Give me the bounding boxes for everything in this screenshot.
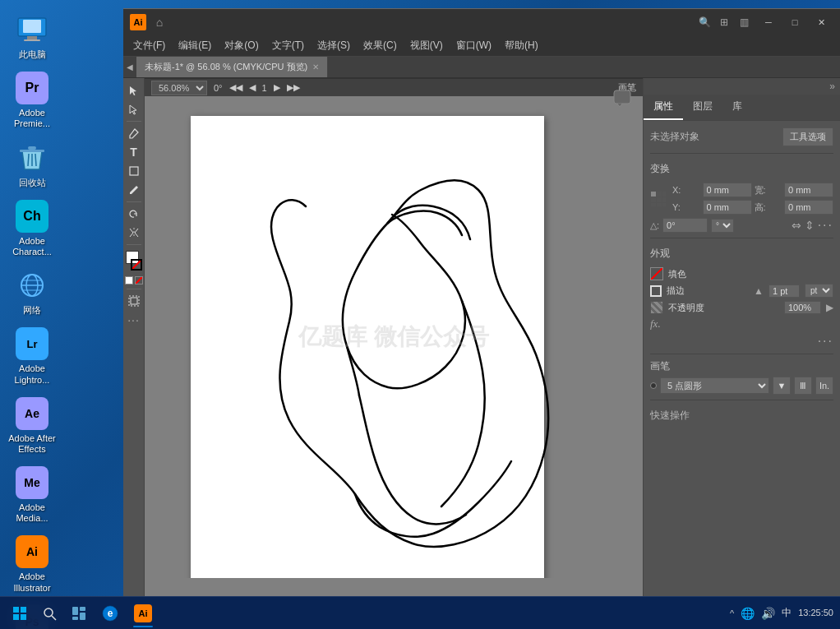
start-button[interactable] bbox=[7, 600, 33, 627]
systray: ^ 🌐 🔊 中 13:25:50 bbox=[730, 606, 833, 620]
panel-icon[interactable]: ▥ bbox=[736, 15, 751, 30]
stroke-up-icon[interactable]: ▲ bbox=[754, 285, 764, 297]
desktop-icon-illustrator[interactable]: Ai Adobe Illustrator bbox=[3, 530, 61, 598]
menu-object[interactable]: 对象(O) bbox=[218, 35, 265, 56]
pencil-tool[interactable] bbox=[125, 181, 143, 199]
taskbar-search-icon[interactable] bbox=[36, 600, 62, 627]
character-label: Adobe Charact... bbox=[7, 236, 58, 257]
clock-time: 13:25:50 bbox=[798, 607, 833, 619]
tool-options-btn[interactable]: 工具选项 bbox=[782, 127, 833, 146]
system-clock[interactable]: 13:25:50 bbox=[798, 607, 833, 619]
search-icon[interactable]: 🔍 bbox=[697, 15, 712, 30]
desktop-icon-lightroom[interactable]: Lr Adobe Lightro... bbox=[3, 322, 61, 390]
opacity-arrow-icon[interactable]: ▶ bbox=[826, 302, 833, 313]
brush-options-btn[interactable]: ▼ bbox=[773, 377, 791, 395]
canvas-scroll-area[interactable] bbox=[158, 91, 631, 578]
tab-close-button[interactable]: ✕ bbox=[312, 62, 319, 72]
stroke-label: 描边 bbox=[667, 284, 685, 297]
white-mode[interactable] bbox=[125, 276, 133, 284]
more-tools[interactable]: ··· bbox=[125, 311, 143, 329]
minimize-button[interactable]: ─ bbox=[756, 9, 781, 35]
desktop-icon-recycle[interactable]: 回收站 bbox=[3, 136, 61, 193]
type-tool[interactable]: T bbox=[125, 143, 143, 161]
select-tool[interactable] bbox=[125, 81, 143, 99]
artboard[interactable] bbox=[191, 116, 544, 578]
taskbar: e Ai ^ 🌐 🔊 中 13:25:50 bbox=[0, 596, 840, 629]
tab-label: 未标题-1* @ 56.08 % (CMYK/CPU 预览) bbox=[145, 61, 307, 73]
desktop-icon-character[interactable]: Ch Adobe Charact... bbox=[3, 195, 61, 262]
shape-tool[interactable] bbox=[125, 162, 143, 180]
taskbar-app-ie[interactable]: e bbox=[95, 599, 125, 628]
appearance-more[interactable]: ··· bbox=[818, 334, 833, 349]
menu-select[interactable]: 选择(S) bbox=[311, 35, 357, 56]
stroke-swatch[interactable] bbox=[650, 285, 662, 297]
angle-select[interactable]: ° bbox=[711, 219, 734, 233]
tab-library[interactable]: 库 bbox=[722, 95, 752, 120]
desktop-icon-after-effects[interactable]: Ae Adobe After Effects bbox=[3, 392, 61, 460]
pen-tool[interactable] bbox=[125, 124, 143, 142]
opacity-input[interactable] bbox=[784, 301, 821, 314]
home-icon[interactable]: ⌂ bbox=[151, 14, 168, 30]
menu-edit[interactable]: 编辑(E) bbox=[172, 35, 218, 56]
panel-collapse-btn[interactable]: » bbox=[644, 78, 840, 95]
svg-rect-2 bbox=[27, 36, 37, 39]
brush-select[interactable]: 5 点圆形 bbox=[660, 377, 769, 394]
transform-reference-icon[interactable] bbox=[650, 191, 667, 207]
tab-properties[interactable]: 属性 bbox=[644, 95, 683, 120]
close-button[interactable]: ✕ bbox=[809, 9, 833, 35]
lightroom-label: Adobe Lightro... bbox=[7, 363, 58, 385]
menu-help[interactable]: 帮助(H) bbox=[498, 35, 545, 56]
stroke-unit-select[interactable]: pt bbox=[805, 284, 833, 298]
angle-input[interactable] bbox=[662, 218, 708, 233]
tray-caret[interactable]: ^ bbox=[730, 608, 734, 618]
reflect-tool[interactable] bbox=[125, 224, 143, 242]
desktop-icon-premiere[interactable]: Pr Adobe Premie... bbox=[3, 67, 61, 134]
flip-h-icon[interactable]: ⇔ bbox=[792, 219, 801, 232]
maximize-button[interactable]: □ bbox=[782, 9, 807, 35]
tab-scroll-left[interactable]: ◀ bbox=[123, 57, 136, 77]
tray-ime[interactable]: 中 bbox=[782, 606, 792, 620]
width-input[interactable] bbox=[784, 183, 833, 197]
flip-v-icon[interactable]: ⇕ bbox=[805, 219, 815, 232]
stroke-color-btn[interactable] bbox=[131, 259, 142, 271]
window-grid-icon[interactable]: ⊞ bbox=[717, 15, 732, 30]
menu-effect[interactable]: 效果(C) bbox=[357, 35, 404, 56]
rotate-tool[interactable] bbox=[125, 205, 143, 223]
desktop-icon-network[interactable]: 网络 bbox=[3, 264, 61, 321]
tray-volume-icon[interactable]: 🔊 bbox=[761, 607, 775, 620]
document-tab[interactable]: 未标题-1* @ 56.08 % (CMYK/CPU 预览) ✕ bbox=[136, 57, 328, 77]
menu-file[interactable]: 文件(F) bbox=[127, 35, 172, 56]
color-modes bbox=[125, 276, 143, 284]
svg-rect-4 bbox=[28, 146, 36, 150]
network-label: 网络 bbox=[23, 305, 41, 316]
artboard-tool[interactable] bbox=[125, 292, 143, 310]
transform-more[interactable]: ··· bbox=[818, 218, 833, 233]
tab-layers[interactable]: 图层 bbox=[683, 95, 722, 120]
brush-new-btn[interactable]: In. bbox=[815, 377, 833, 395]
menu-text[interactable]: 文字(T) bbox=[265, 35, 311, 56]
comment-icon[interactable] bbox=[613, 90, 631, 110]
stroke-input[interactable] bbox=[768, 284, 800, 298]
transform-header: 变换 bbox=[650, 159, 833, 179]
x-input[interactable] bbox=[703, 183, 752, 197]
menu-window[interactable]: 窗口(W) bbox=[450, 35, 498, 56]
y-input[interactable] bbox=[703, 200, 752, 215]
taskbar-app-ai[interactable]: Ai bbox=[128, 599, 158, 628]
svg-rect-24 bbox=[657, 197, 662, 202]
divider-3 bbox=[650, 354, 833, 354]
svg-rect-20 bbox=[651, 192, 656, 197]
no-fill-mode[interactable] bbox=[135, 276, 143, 284]
stroke-row: 描边 ▲ pt bbox=[650, 284, 833, 298]
tray-network-icon[interactable]: 🌐 bbox=[741, 607, 755, 620]
taskbar-widgets-icon[interactable] bbox=[66, 600, 92, 627]
desktop-icon-this-pc[interactable]: 此电脑 bbox=[3, 8, 61, 65]
height-input[interactable] bbox=[784, 200, 833, 215]
recycle-icon bbox=[16, 141, 48, 174]
direct-select-tool[interactable] bbox=[125, 100, 143, 118]
svg-rect-15 bbox=[130, 167, 138, 175]
menu-view[interactable]: 视图(V) bbox=[404, 35, 450, 56]
fill-swatch[interactable] bbox=[650, 267, 663, 280]
this-pc-icon bbox=[16, 13, 48, 46]
brush-library-btn[interactable]: Ⅲ bbox=[794, 377, 812, 395]
desktop-icon-media[interactable]: Me Adobe Media... bbox=[3, 461, 61, 529]
